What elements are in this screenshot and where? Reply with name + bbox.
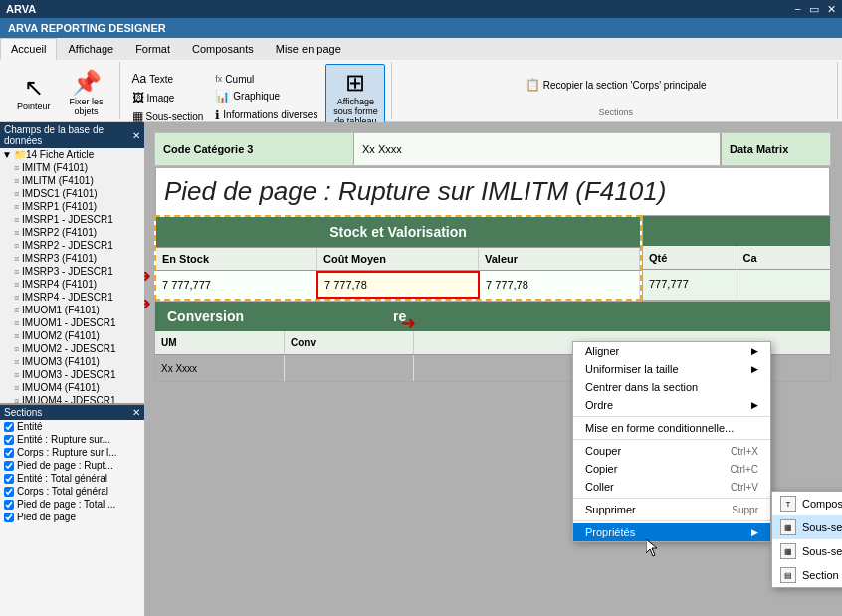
ribbon: ARVA REPORTING DESIGNER Accueil Affichag… bbox=[0, 18, 842, 122]
info-diverses-btn[interactable]: ℹ Informations diverses bbox=[211, 106, 321, 124]
tree-item[interactable]: ≡ IMSRP3 - JDESCR1 bbox=[0, 265, 144, 278]
submenu-sous-section-corps[interactable]: ▦ Sous-section - Corps bbox=[772, 515, 842, 539]
tree-item[interactable]: ≡ IMSRP1 (F4101) bbox=[0, 200, 144, 213]
fields-panel-content[interactable]: ▼ 📁 14 Fiche Article ≡ IMITM (F4101) ≡ I… bbox=[0, 148, 144, 403]
right-col-qte: Qté bbox=[643, 246, 737, 269]
ctx-sep-1 bbox=[573, 416, 770, 417]
data-matrix-cell: Data Matrix bbox=[721, 133, 830, 165]
ctx-mise-en-forme[interactable]: Mise en forme conditionnelle... bbox=[573, 419, 770, 437]
tree-item[interactable]: ≡ IMUOM2 - JDESCR1 bbox=[0, 342, 144, 355]
section-item[interactable]: Entité bbox=[0, 420, 144, 433]
fields-panel-header: Champs de la base de données ✕ bbox=[0, 122, 144, 148]
stock-header: Stock et Valorisation bbox=[156, 217, 640, 247]
composant-texte-icon: T bbox=[780, 496, 796, 512]
stock-data-row: 7 777,777 7 777,78 7 777,78 bbox=[156, 271, 640, 299]
conv-col-conv: Conv bbox=[285, 331, 414, 354]
submenu-sous-section[interactable]: ▦ Sous-section bbox=[772, 539, 842, 563]
sections-panel-wrapper: Sections ✕ Entité Entité : Rupture sur..… bbox=[0, 405, 144, 616]
tab-accueil[interactable]: Accueil bbox=[0, 38, 57, 60]
section-pied-icon: ▤ bbox=[780, 567, 796, 583]
maximize-btn[interactable]: ▭ bbox=[809, 3, 819, 16]
ctx-uniformiser[interactable]: Uniformiser la taille▶ bbox=[573, 360, 770, 378]
code-cat-row: Code Catégorie 3 Xx Xxxx Data Matrix bbox=[154, 132, 831, 166]
tree-item[interactable]: ≡ IMDSC1 (F4101) bbox=[0, 187, 144, 200]
minimize-btn[interactable]: − bbox=[795, 3, 801, 16]
tree-item[interactable]: ≡ IMITM (F4101) bbox=[0, 161, 144, 174]
tree-root[interactable]: ▼ 📁 14 Fiche Article bbox=[0, 148, 144, 161]
app-title: ARVA bbox=[6, 3, 36, 15]
ctx-couper[interactable]: CouperCtrl+X bbox=[573, 442, 770, 460]
fixer-objets-btn[interactable]: 📌 Fixer les objets bbox=[60, 64, 113, 121]
tree-item[interactable]: ≡ IMUOM1 (F4101) bbox=[0, 304, 144, 316]
tree-item[interactable]: ≡ IMSRP2 (F4101) bbox=[0, 226, 144, 239]
section-item[interactable]: Pied de page : Rupt... bbox=[0, 459, 144, 472]
section-item[interactable]: Pied de page : Total ... bbox=[0, 498, 144, 511]
ctx-sep-3 bbox=[573, 498, 770, 499]
right-cols: Qté Ca 777,777 bbox=[642, 215, 831, 301]
ctx-proprietes[interactable]: Propriétés▶ bbox=[573, 523, 770, 541]
texte-btn[interactable]: Aa Texte bbox=[128, 70, 208, 88]
right-data-ca bbox=[737, 270, 831, 298]
image-btn[interactable]: 🖼 Image bbox=[128, 89, 208, 106]
section-item[interactable]: Corps : Rupture sur l... bbox=[0, 446, 144, 459]
section-item[interactable]: Entité : Total général bbox=[0, 472, 144, 485]
sections-label: Sections bbox=[598, 105, 633, 117]
cumul-btn[interactable]: fx Cumul bbox=[211, 72, 321, 87]
tab-format[interactable]: Format bbox=[124, 38, 181, 60]
red-arrow-1: ➜ bbox=[144, 265, 151, 287]
ribbon-group-insertions: Aa Texte 🖼 Image ▦ Sous-section fx Cumul… bbox=[122, 62, 393, 119]
red-arrow-2: ➜ bbox=[144, 293, 151, 314]
tree-item[interactable]: ≡ IMSRP4 - JDESCR1 bbox=[0, 291, 144, 304]
right-col-ca: Ca bbox=[737, 246, 831, 269]
ctx-centrer[interactable]: Centrer dans la section bbox=[573, 378, 770, 396]
submenu-composant-texte[interactable]: T Composant - Texte bbox=[772, 492, 842, 515]
submenu-section-pied[interactable]: ▤ Section - Pied de page : Rupture sur I… bbox=[772, 563, 842, 587]
ctx-sep-2 bbox=[573, 439, 770, 440]
tree-item[interactable]: ≡ IMSRP3 (F4101) bbox=[0, 252, 144, 265]
ctx-supprimer[interactable]: SupprimerSuppr bbox=[573, 501, 770, 518]
stock-data-1[interactable]: 7 777,78 bbox=[316, 271, 480, 299]
canvas-area[interactable]: Code Catégorie 3 Xx Xxxx Data Matrix Pie… bbox=[144, 122, 842, 616]
mouse-cursor bbox=[646, 539, 658, 557]
tree-item[interactable]: ≡ IMUOM4 (F4101) bbox=[0, 381, 144, 394]
stock-data-0: 7 777,777 bbox=[156, 271, 316, 299]
tree-item[interactable]: ≡ IMUOM4 - JDESCR1 bbox=[0, 394, 144, 403]
tree-item[interactable]: ≡ IMSRP2 - JDESCR1 bbox=[0, 239, 144, 252]
code-cat-label: Code Catégorie 3 bbox=[155, 133, 354, 165]
tree-item[interactable]: ≡ IMSRP4 (F4101) bbox=[0, 278, 144, 291]
tab-mise-en-page[interactable]: Mise en page bbox=[265, 38, 352, 60]
fields-panel-close[interactable]: ✕ bbox=[132, 130, 140, 141]
conv-data-um: Xx Xxxx bbox=[155, 355, 285, 381]
section-item[interactable]: Corps : Total général bbox=[0, 485, 144, 498]
sections-panel-content: Entité Entité : Rupture sur... Corps : R… bbox=[0, 420, 144, 616]
recopier-section-btn[interactable]: 📋 Recopier la section 'Corps' principale bbox=[522, 76, 711, 94]
tree-item[interactable]: ≡ IMUOM2 (F4101) bbox=[0, 329, 144, 342]
affichage-tableau-btn[interactable]: ⊞ Affichage sous forme de tableau bbox=[325, 64, 385, 131]
close-btn[interactable]: ✕ bbox=[827, 3, 836, 16]
tab-composants[interactable]: Composants bbox=[181, 38, 265, 60]
section-item[interactable]: Entité : Rupture sur... bbox=[0, 433, 144, 446]
ctx-aligner[interactable]: Aligner▶ bbox=[573, 342, 770, 360]
ctx-copier[interactable]: CopierCtrl+C bbox=[573, 460, 770, 478]
graphique-btn[interactable]: 📊 Graphique bbox=[211, 88, 321, 105]
tree-item[interactable]: ≡ IMUOM3 (F4101) bbox=[0, 355, 144, 368]
stock-col-1: Coût Moyen bbox=[317, 248, 479, 270]
stock-section-wrapper: ➜ ➜ ➜ Stock et Valorisation En Stock Coû… bbox=[154, 215, 831, 301]
svg-marker-0 bbox=[646, 539, 657, 556]
conv-header: Conversion re bbox=[155, 302, 830, 331]
tree-item[interactable]: ≡ IMLITM (F4101) bbox=[0, 174, 144, 187]
tab-affichage[interactable]: Affichage bbox=[57, 38, 124, 60]
section-item[interactable]: Pied de page bbox=[0, 511, 144, 523]
tree-item[interactable]: ≡ IMUOM1 - JDESCR1 bbox=[0, 316, 144, 329]
pointeur-btn[interactable]: ↖ Pointeur bbox=[10, 64, 58, 121]
fields-panel-title: Champs de la base de données bbox=[4, 124, 132, 146]
ctx-coller[interactable]: CollerCtrl+V bbox=[573, 478, 770, 496]
conv-col-um: UM bbox=[155, 331, 285, 354]
submenu: T Composant - Texte ▦ Sous-section - Cor… bbox=[771, 491, 842, 588]
graph-btns: fx Cumul 📊 Graphique ℹ Informations dive… bbox=[211, 72, 321, 124]
tree-item[interactable]: ≡ IMUOM3 - JDESCR1 bbox=[0, 368, 144, 381]
sections-panel-close[interactable]: ✕ bbox=[132, 407, 140, 418]
ctx-ordre[interactable]: Ordre▶ bbox=[573, 396, 770, 414]
tree-item[interactable]: ≡ IMSRP1 - JDESCR1 bbox=[0, 213, 144, 226]
code-cat-value: Xx Xxxx bbox=[354, 133, 721, 165]
